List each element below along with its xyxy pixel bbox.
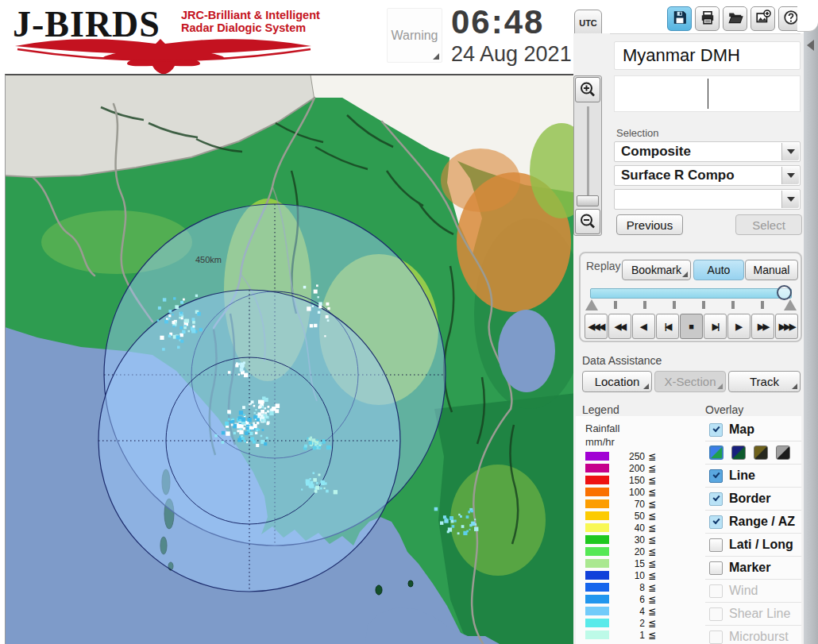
map-style-navy-darkgreen-swatch[interactable] — [731, 445, 746, 460]
overlay-row-wind[interactable]: Wind — [705, 580, 801, 603]
play-backward-button[interactable]: ◀ — [632, 314, 655, 339]
fast-forward-button[interactable]: ▶▶ — [751, 314, 774, 339]
map-style-gray-black-swatch[interactable] — [776, 445, 790, 460]
overlay-row-marker[interactable]: Marker — [705, 557, 801, 580]
precipitation-echo — [222, 441, 225, 444]
replay-panel: Replay Bookmark Auto Manual ◀◀◀◀◀◀|◀■▶|▶… — [579, 252, 802, 342]
warning-button[interactable]: Warning — [387, 8, 442, 63]
precipitation-echo — [237, 438, 241, 442]
step-backward-button[interactable]: |◀ — [656, 314, 679, 339]
range-ring-label: 450km — [195, 255, 222, 264]
legend-row: 100≦ — [585, 486, 656, 498]
precipitation-echo — [241, 424, 244, 427]
auto-button[interactable]: Auto — [693, 260, 744, 280]
lte-symbol: ≦ — [645, 487, 656, 498]
step-forward-button[interactable]: ▶| — [704, 314, 727, 339]
station-list-box[interactable] — [614, 75, 801, 112]
dropdown-button[interactable] — [781, 191, 799, 208]
precipitation-echo — [246, 422, 249, 425]
rewind-fast-button[interactable]: ◀◀◀ — [585, 314, 608, 339]
zoom-out-button[interactable] — [575, 209, 600, 234]
legend-color-swatch — [585, 535, 609, 544]
rewind-button[interactable]: ◀◀ — [608, 314, 631, 339]
x-section-button[interactable]: X-Section — [654, 371, 726, 392]
range-az-checkbox[interactable] — [709, 515, 723, 529]
precipitation-echo — [243, 427, 245, 430]
overlay-row-lati-long[interactable]: Lati / Long — [705, 534, 801, 557]
precipitation-echo — [324, 488, 326, 489]
stop-button[interactable]: ■ — [680, 314, 703, 339]
line-checkbox[interactable] — [709, 469, 723, 483]
precipitation-echo — [318, 446, 321, 449]
range-end-marker[interactable] — [784, 299, 797, 310]
precipitation-echo — [184, 325, 187, 327]
precipitation-echo — [330, 446, 332, 449]
dropdown-product[interactable]: Surface R Compo — [614, 165, 801, 186]
precipitation-echo — [327, 319, 330, 322]
legend-title: Legend — [582, 403, 619, 416]
open-folder-button[interactable] — [723, 6, 747, 31]
save-button[interactable] — [667, 6, 692, 31]
precipitation-echo — [239, 430, 243, 434]
jbirds-logo: J-BIRDS JRC-Brilliant & Intelligent Rada… — [8, 3, 326, 73]
legend-threshold: 2 — [609, 618, 645, 629]
playback-controls: ◀◀◀◀◀◀|◀■▶|▶▶▶▶▶▶ — [585, 314, 798, 339]
precipitation-echo — [262, 429, 264, 431]
panel-collapse-strip[interactable] — [804, 0, 818, 644]
zoom-in-icon — [579, 81, 596, 98]
overlay-row-line[interactable]: Line — [705, 465, 801, 488]
replay-progress-slider[interactable] — [590, 288, 792, 299]
zoom-slider-handle[interactable] — [577, 195, 599, 206]
overlay-row-map[interactable]: Map — [705, 418, 801, 442]
lati-long-checkbox[interactable] — [709, 538, 723, 552]
range-start-marker[interactable] — [585, 299, 598, 310]
panel-separator — [610, 33, 801, 34]
map-style-olive-black-swatch[interactable] — [754, 445, 768, 460]
dropdown-category[interactable]: Composite — [614, 141, 801, 162]
lte-symbol: ≦ — [645, 618, 656, 629]
bookmark-button[interactable]: Bookmark — [622, 260, 691, 280]
marker-checkbox[interactable] — [709, 561, 723, 575]
location-button[interactable]: Location — [582, 371, 652, 392]
overlay-row-shear-line[interactable]: Shear Line — [705, 603, 801, 626]
add-image-button[interactable] — [750, 6, 775, 31]
overlay-row-border[interactable]: Border — [705, 488, 801, 511]
legend-threshold: 50 — [609, 511, 645, 522]
precipitation-echo — [314, 490, 318, 493]
precipitation-echo — [258, 412, 261, 415]
save-icon — [672, 10, 688, 29]
dropdown-button[interactable] — [781, 143, 799, 160]
zoom-in-button[interactable] — [575, 77, 600, 102]
slider-tick — [673, 301, 676, 309]
border-checkbox[interactable] — [709, 492, 723, 506]
eagle-icon — [11, 38, 317, 75]
print-button[interactable] — [695, 6, 720, 31]
previous-button[interactable]: Previous — [616, 214, 683, 235]
dropdown-option[interactable] — [614, 189, 801, 210]
map-style-blue-green-swatch[interactable] — [709, 445, 723, 460]
play-forward-button[interactable]: ▶ — [727, 314, 750, 339]
precipitation-echo — [262, 407, 264, 408]
precipitation-echo — [249, 403, 250, 405]
dropdown-button[interactable] — [781, 167, 799, 184]
zoom-slider-track[interactable] — [587, 106, 589, 206]
chevron-down-icon — [787, 149, 795, 154]
timezone-utc-button[interactable]: UTC — [574, 10, 602, 37]
precipitation-echo — [182, 330, 185, 334]
open-folder-icon — [727, 10, 743, 29]
precipitation-echo — [458, 514, 460, 515]
map-checkbox[interactable] — [709, 423, 723, 437]
slider-handle[interactable] — [777, 285, 792, 300]
radar-map[interactable]: 450km — [5, 74, 573, 644]
overlay-row-microburst[interactable]: Microburst — [705, 626, 801, 644]
track-button[interactable]: Track — [728, 371, 801, 392]
precipitation-echo — [157, 319, 160, 322]
skip-forward-fast-button[interactable]: ▶▶▶ — [775, 314, 798, 339]
collapse-arrow-icon — [807, 40, 814, 51]
manual-button[interactable]: Manual — [745, 260, 798, 280]
station-name-field[interactable]: Myanmar DMH — [614, 41, 801, 70]
select-button[interactable]: Select — [735, 214, 802, 235]
legend-threshold: 200 — [609, 463, 645, 474]
legend-row: 1≦ — [585, 629, 656, 641]
overlay-row-range-az[interactable]: Range / AZ — [705, 511, 801, 534]
